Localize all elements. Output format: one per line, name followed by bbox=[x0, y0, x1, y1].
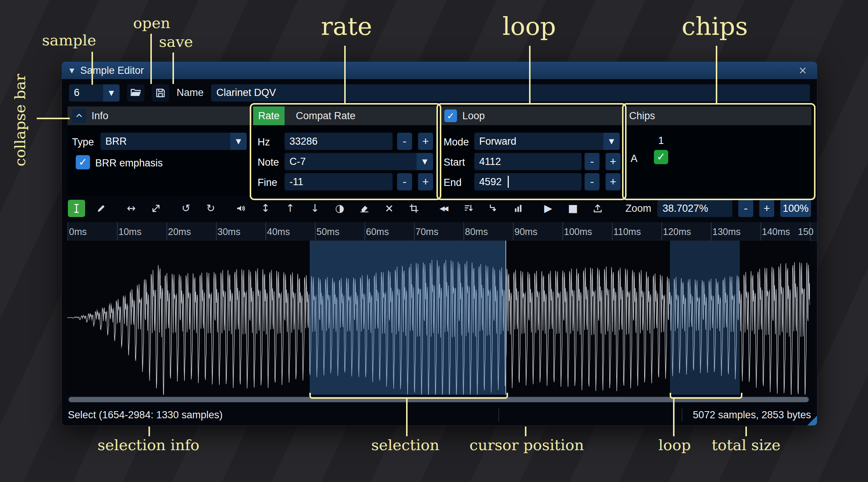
filter-button[interactable] bbox=[460, 200, 477, 217]
time-ruler[interactable]: 0ms 10ms 20ms 30ms 40ms 50ms 60ms 70ms 8… bbox=[67, 222, 817, 241]
annotation-selection-info: selection info bbox=[97, 436, 199, 454]
bar-chart-icon bbox=[513, 203, 523, 214]
delete-button[interactable] bbox=[381, 200, 398, 217]
annotation-line-cursor-position bbox=[525, 427, 526, 436]
annotation-box-loop bbox=[436, 103, 627, 200]
annotation-sample: sample bbox=[42, 31, 96, 49]
dropdown-arrow-icon[interactable]: ▼ bbox=[103, 84, 120, 102]
annotation-line-save bbox=[172, 52, 174, 84]
pencil-icon bbox=[96, 203, 106, 214]
status-divider bbox=[682, 408, 682, 422]
type-dropdown[interactable]: BRR ▼ bbox=[100, 133, 247, 150]
annotation-line-total-size bbox=[745, 427, 747, 436]
type-dropdown-value: BRR bbox=[100, 136, 230, 147]
info-panel-title: Info bbox=[91, 110, 108, 122]
zoom-label: Zoom bbox=[625, 203, 651, 214]
resize-grip[interactable] bbox=[807, 416, 817, 425]
annotation-selection: selection bbox=[371, 436, 439, 454]
info-panel: Info Type BRR ▼ ✓ BRR emphasis bbox=[67, 106, 252, 196]
play-icon: ▶ bbox=[544, 203, 552, 214]
ruler-label: 60ms bbox=[366, 226, 389, 237]
rewind-icon: ◀◀ bbox=[439, 205, 448, 212]
ruler-label: 150 bbox=[798, 226, 814, 237]
reverse-button[interactable]: ◀◀ bbox=[435, 200, 453, 217]
ruler-label: 90ms bbox=[514, 226, 537, 237]
loop-region[interactable] bbox=[670, 241, 740, 395]
level-down-arrow-icon bbox=[488, 203, 499, 214]
trim-button[interactable] bbox=[405, 200, 423, 217]
create-wavetable-button[interactable] bbox=[589, 200, 606, 217]
zoom-reset-button[interactable]: 100% bbox=[780, 200, 811, 217]
collapse-bar-button[interactable] bbox=[72, 109, 86, 123]
close-button[interactable] bbox=[796, 64, 810, 77]
normalize-button[interactable]: ↕ bbox=[257, 200, 274, 217]
sample-selector[interactable]: 6 ▼ bbox=[69, 84, 120, 102]
annotation-rate: rate bbox=[321, 12, 372, 41]
invert-button[interactable]: ◑ bbox=[331, 200, 348, 217]
silence-button[interactable] bbox=[356, 200, 373, 217]
preview-button[interactable]: ▶ bbox=[540, 200, 557, 217]
draw-mode-button[interactable] bbox=[93, 200, 110, 217]
check-icon: ✓ bbox=[78, 157, 87, 168]
brr-emphasis-checkbox[interactable]: ✓ bbox=[76, 155, 90, 169]
name-input[interactable] bbox=[211, 84, 810, 102]
screenshot-stage: ▼ Sample Editor 6 ▼ bbox=[0, 0, 868, 482]
stop-preview-button[interactable]: ■ bbox=[564, 200, 582, 217]
ruler-label: 40ms bbox=[267, 226, 290, 237]
annotation-line-collapse-bar bbox=[37, 118, 70, 119]
selection-region[interactable] bbox=[310, 241, 506, 395]
ruler-label: 50ms bbox=[316, 226, 339, 237]
ruler-label: 130ms bbox=[712, 226, 741, 237]
undo-button[interactable]: ↺ bbox=[177, 200, 195, 217]
sample-selector-value: 6 bbox=[69, 87, 103, 99]
resize-button[interactable]: ↔ bbox=[123, 200, 140, 217]
status-bar: Select (1654-2984: 1330 samples) 5072 sa… bbox=[62, 404, 817, 425]
spectrum-button[interactable] bbox=[510, 200, 527, 217]
annotation-loop: loop bbox=[502, 12, 556, 41]
zoom-in-button[interactable]: + bbox=[759, 200, 774, 217]
ruler-label: 110ms bbox=[613, 226, 641, 237]
annotation-line-chips bbox=[716, 46, 717, 103]
annotation-save: save bbox=[159, 33, 193, 50]
downsample-button[interactable] bbox=[485, 200, 502, 217]
status-divider bbox=[498, 408, 499, 422]
half-circle-icon: ◑ bbox=[335, 203, 344, 214]
zoom-out-button[interactable]: - bbox=[738, 200, 753, 217]
annotation-line-sample bbox=[91, 52, 93, 85]
select-mode-button[interactable] bbox=[68, 200, 85, 217]
upload-icon bbox=[592, 203, 603, 214]
annotation-total-size: total size bbox=[712, 436, 781, 454]
open-sample-button[interactable] bbox=[127, 84, 144, 102]
arrow-up-icon: ↑ bbox=[286, 203, 294, 214]
crop-icon bbox=[409, 203, 419, 214]
annotation-line-loop bbox=[529, 46, 531, 103]
titlebar[interactable]: ▼ Sample Editor bbox=[62, 62, 817, 79]
resample-button[interactable] bbox=[147, 200, 165, 217]
ruler-label: 70ms bbox=[415, 226, 438, 237]
annotation-open: open bbox=[133, 14, 170, 31]
ruler-label: 140ms bbox=[762, 226, 790, 237]
ruler-label: 10ms bbox=[118, 226, 141, 237]
save-sample-button[interactable] bbox=[152, 84, 169, 102]
annotation-line-loop-bottom bbox=[673, 398, 675, 436]
dropdown-arrow-icon[interactable]: ▼ bbox=[230, 133, 247, 150]
ruler-label: 120ms bbox=[663, 226, 691, 237]
window-collapse-triangle-icon[interactable]: ▼ bbox=[69, 67, 74, 74]
zoom-value-field[interactable]: 38.7027% bbox=[657, 200, 732, 217]
amplify-button[interactable] bbox=[232, 200, 249, 217]
annotation-loop-bottom: loop bbox=[658, 436, 691, 454]
annotation-box-rate bbox=[250, 103, 441, 200]
zoom-cluster: Zoom 38.7027% - + 100% bbox=[625, 200, 811, 217]
annotation-bracket-loop bbox=[670, 393, 742, 399]
fade-out-button[interactable]: ↓ bbox=[306, 200, 324, 217]
waveform-view[interactable] bbox=[67, 241, 810, 395]
ibeam-cursor-icon bbox=[71, 203, 82, 214]
name-label: Name bbox=[177, 87, 204, 99]
redo-button[interactable]: ↻ bbox=[202, 200, 219, 217]
floppy-save-icon bbox=[155, 87, 166, 99]
close-icon bbox=[798, 66, 808, 75]
fade-in-button[interactable]: ↑ bbox=[282, 200, 299, 217]
annotation-collapse-bar: collapse bar bbox=[11, 72, 28, 166]
selection-info-text: Select (1654-2984: 1330 samples) bbox=[68, 409, 223, 421]
speaker-icon bbox=[235, 203, 246, 214]
